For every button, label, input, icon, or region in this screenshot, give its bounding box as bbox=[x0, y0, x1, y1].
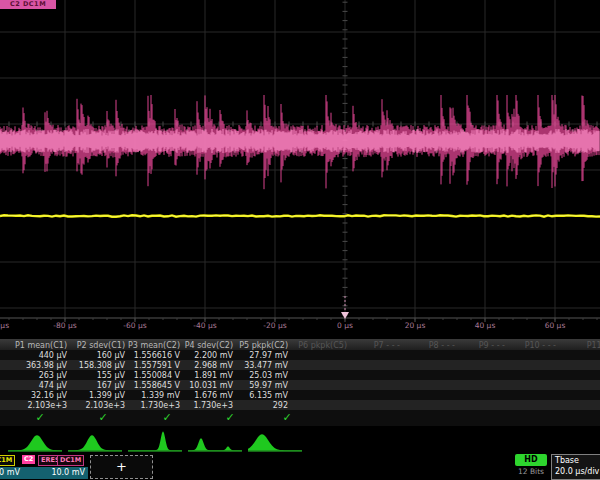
stat-value: 6.135 mV bbox=[249, 391, 288, 400]
stat-value: 2.200 mV bbox=[194, 351, 233, 360]
stat-value: 440 µV bbox=[39, 351, 67, 360]
param-status-check: ✓ bbox=[225, 411, 234, 424]
time-axis-label: -100 µs bbox=[0, 321, 9, 330]
timebase-scale: 20.0 µs/div bbox=[555, 467, 599, 476]
c1-coupling-badge: DC1M bbox=[0, 455, 15, 466]
trace-c2 bbox=[0, 95, 599, 189]
param-header-P6[interactable]: P6 pkpk(C5) bbox=[298, 341, 347, 350]
stat-value: 167 µV bbox=[97, 381, 125, 390]
time-axis-label: 20 µs bbox=[405, 321, 426, 330]
param-header-P8[interactable]: P8 - - - bbox=[429, 341, 455, 350]
param-status-check: ✓ bbox=[282, 411, 291, 424]
stat-value: 1.556616 V bbox=[134, 351, 180, 360]
stat-value: 1.676 mV bbox=[194, 391, 233, 400]
hd-bits-label: 12 Bits bbox=[509, 467, 553, 476]
param-header-P1[interactable]: P1 mean(C1) bbox=[15, 341, 67, 350]
time-axis-label: -20 µs bbox=[263, 321, 286, 330]
trace-label-badge[interactable]: C2 DC1M bbox=[0, 0, 56, 9]
stat-value: 33.477 mV bbox=[244, 361, 288, 370]
param-header-P5[interactable]: P5 pkpk(C2) bbox=[239, 341, 288, 350]
stat-value: 32.16 µV bbox=[31, 391, 67, 400]
param-status-check: ✓ bbox=[35, 411, 44, 424]
histicon-P1[interactable] bbox=[8, 435, 62, 451]
stat-value: 1.557591 V bbox=[134, 361, 180, 370]
param-status-check: ✓ bbox=[162, 411, 171, 424]
stat-value: 1.558645 V bbox=[134, 381, 180, 390]
param-status-check: ✓ bbox=[98, 411, 107, 424]
stat-value: 292 bbox=[273, 401, 288, 410]
param-header-P9[interactable]: P9 - - - bbox=[479, 341, 505, 350]
oscilloscope-screen: C2 DC1M -100 µs-80 µs-60 µs-40 µs-20 µs0… bbox=[0, 0, 600, 480]
stat-value: 1.339 mV bbox=[141, 391, 180, 400]
histicon-P4[interactable] bbox=[188, 438, 242, 451]
time-axis-label: 0 µs bbox=[337, 321, 353, 330]
param-header-P2[interactable]: P2 sdev(C1) bbox=[77, 341, 125, 350]
stat-value: 363.98 µV bbox=[26, 361, 67, 370]
time-axis-label: -80 µs bbox=[53, 321, 76, 330]
param-header-P3[interactable]: P3 mean(C2) bbox=[128, 341, 180, 350]
param-header-P4[interactable]: P4 sdev(C2) bbox=[185, 341, 233, 350]
c2-coupling-badge: DC1M bbox=[57, 455, 84, 466]
table-row-stripe bbox=[0, 370, 600, 380]
histicon-P2[interactable] bbox=[68, 435, 122, 451]
time-axis-label: -60 µs bbox=[123, 321, 146, 330]
time-axis-label: 40 µs bbox=[475, 321, 496, 330]
stat-value: 1.891 mV bbox=[194, 371, 233, 380]
stat-value: 2.103e+3 bbox=[27, 401, 67, 410]
c2-vdiv-value: 10.0 mV bbox=[22, 467, 88, 479]
stat-value: 158.308 µV bbox=[79, 361, 125, 370]
histicon-P5[interactable] bbox=[248, 434, 302, 451]
stat-value: 160 µV bbox=[97, 351, 125, 360]
stat-value: 1.550084 V bbox=[134, 371, 180, 380]
table-row-stripe bbox=[0, 350, 600, 360]
time-axis-label: -40 µs bbox=[193, 321, 216, 330]
timebase-title: Tbase bbox=[555, 456, 579, 465]
table-row-stripe bbox=[0, 380, 600, 390]
time-axis-label: 60 µs bbox=[545, 321, 566, 330]
hd-mode-badge[interactable]: HD bbox=[515, 454, 547, 466]
stat-value: 25.03 mV bbox=[249, 371, 288, 380]
stat-value: 2.103e+3 bbox=[85, 401, 125, 410]
stat-value: 474 µV bbox=[39, 381, 67, 390]
stat-value: 1.730e+3 bbox=[140, 401, 180, 410]
stat-value: 10.031 mV bbox=[189, 381, 233, 390]
stat-value: 59.97 mV bbox=[249, 381, 288, 390]
trace-c1 bbox=[0, 215, 600, 216]
table-row-stripe bbox=[0, 410, 600, 426]
param-header-P10[interactable]: P10 - - - bbox=[525, 341, 556, 350]
param-header-P7[interactable]: P7 - - - bbox=[374, 341, 400, 350]
histicon-P3[interactable] bbox=[128, 431, 182, 451]
c1-vdiv-value: 20.0 mV bbox=[0, 467, 22, 479]
stat-value: 155 µV bbox=[97, 371, 125, 380]
stat-value: 2.968 mV bbox=[194, 361, 233, 370]
param-header-P11[interactable]: P11 - - - bbox=[587, 341, 600, 350]
stat-value: 1.399 µV bbox=[89, 391, 125, 400]
stat-value: 263 µV bbox=[39, 371, 67, 380]
c2-channel-badge: C2 bbox=[22, 455, 35, 464]
stat-value: 27.97 mV bbox=[249, 351, 288, 360]
timebase-descriptor[interactable]: Tbase 20.0 µs/div bbox=[551, 454, 600, 480]
add-trace-button[interactable]: + bbox=[90, 455, 153, 479]
stat-value: 1.730e+3 bbox=[193, 401, 233, 410]
